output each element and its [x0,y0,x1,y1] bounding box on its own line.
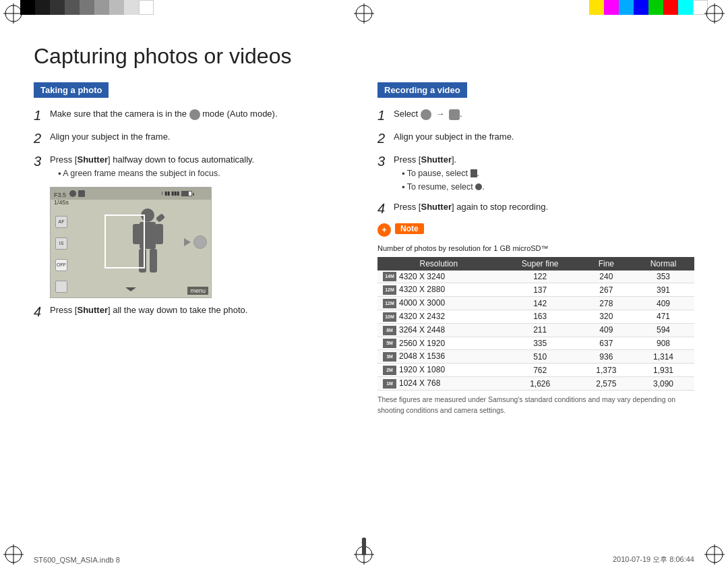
vf-icon-af: AF [55,216,67,228]
table-row: 5M2560 X 1920 335 637 908 [377,337,694,350]
cell-resolution: 1M1024 X 768 [377,377,500,391]
cell-normal: 471 [632,310,694,323]
vf-fstop: F3.5 1/45s [54,192,69,206]
taking-photo-header: Taking a photo [34,82,109,98]
vf-sidebar-right [192,188,208,297]
vf-icon-iso: IS [55,237,67,250]
reg-mark-br [704,544,725,565]
cell-normal: 1,314 [632,350,694,364]
table-row: 14M4320 X 3240 122 240 353 [377,270,694,283]
step-4: 4 Press [Shutter] all the way down to ta… [34,304,351,320]
table-row: 3M2048 X 1536 510 936 1,314 [377,350,694,364]
res-icon: 5M [383,339,396,348]
col-resolution: Resolution [377,257,500,270]
page-title: Capturing photos or videos [34,44,694,69]
cell-fine: 240 [580,270,632,283]
vf-topbar-right: I ▮▮ ▮▮▮ [161,190,192,196]
vf-bottom-arrow [124,285,138,295]
res-icon: 3M [383,352,396,362]
main-content: Capturing photos or videos Taking a phot… [34,24,694,543]
vf-sidebar-left: F3.5 1/45s AF IS OFF [53,188,69,297]
note-icon: + [377,223,391,237]
vf-icon-mode [55,281,67,293]
rstep-3-content: Press [Shutter]. To pause, select . To r… [394,153,694,194]
vf-capture-icon [193,235,207,249]
cell-fine: 320 [580,310,632,323]
photo-count-title: Number of photos by resolution for 1 GB … [377,244,694,253]
cell-super-fine: 142 [500,297,580,310]
step-4-num: 4 [34,304,50,320]
rstep-4-num: 4 [377,200,394,217]
right-column: Recording a video 1 Select → . 2 Align y… [377,82,694,416]
cell-resolution: 12M4320 X 2880 [377,283,500,297]
rstep-4: 4 Press [Shutter] again to stop recordin… [377,200,694,217]
cell-fine: 409 [580,323,632,337]
footer-right: 2010-07-19 오후 8:06:44 [613,554,694,565]
step-3-content: Press [Shutter] halfway down to focus au… [50,153,351,180]
cell-fine: 278 [580,297,632,310]
res-icon: 1M [383,379,396,389]
cell-super-fine: 122 [500,270,580,283]
rstep-4-content: Press [Shutter] again to stop recording. [394,200,694,214]
cell-normal: 908 [632,337,694,350]
cell-resolution: 10M4320 X 2432 [377,310,500,323]
cell-fine: 267 [580,283,632,297]
res-icon: 2M [383,366,396,375]
cell-normal: 353 [632,270,694,283]
reg-mark-bl [3,544,24,565]
arrow-icon: → [435,107,444,121]
cell-normal: 409 [632,297,694,310]
rstep-3-bullet-2: To resume, select . [394,180,694,194]
step-3: 3 Press [Shutter] halfway down to focus … [34,153,351,180]
vf-icon2 [78,190,85,197]
col-super-fine: Super fine [500,257,580,270]
page-bar [362,538,366,555]
vf-mode-icon [69,190,76,197]
step-2-content: Align your subject in the frame. [50,130,351,144]
table-row: 10M4320 X 2432 163 320 471 [377,310,694,323]
cell-normal: 1,931 [632,364,694,377]
rstep-3-num: 3 [377,153,394,169]
cell-fine: 936 [580,350,632,364]
cell-super-fine: 762 [500,364,580,377]
rstep-1: 1 Select → . [377,107,694,123]
res-icon: 12M [383,299,396,308]
rstep-3-bullet-1: To pause, select . [394,167,694,180]
reg-mark-tr [704,3,725,24]
select-cam-icon [421,109,431,120]
viewfinder: I ▮▮ ▮▮▮ F3.5 1/45s AF IS OFF [50,187,212,298]
res-icon: 12M [383,285,396,295]
res-icon: 10M [383,312,396,322]
step-4-content: Press [Shutter] all the way down to take… [50,304,351,317]
cell-resolution: 2M1920 X 1080 [377,364,500,377]
color-swatches [589,0,708,15]
cell-resolution: 3M2048 X 1536 [377,350,500,364]
table-row: 2M1920 X 1080 762 1,373 1,931 [377,364,694,377]
vf-arrow [184,238,191,246]
step-1-content: Make sure that the camera is in the mode… [50,107,351,121]
left-column: Taking a photo 1 Make sure that the came… [34,82,351,416]
svg-rect-23 [150,249,157,273]
camera-mode-icon [189,109,200,120]
cell-super-fine: 1,626 [500,377,580,391]
cell-resolution: 14M4320 X 3240 [377,270,500,283]
note-label: Note [395,223,424,234]
note-box: + Note [377,223,694,237]
focus-frame [104,215,145,268]
columns-layout: Taking a photo 1 Make sure that the came… [34,82,694,416]
table-note: These figures are measured under Samsung… [377,395,694,416]
svg-rect-24 [155,213,164,223]
svg-marker-25 [125,287,136,291]
step-1: 1 Make sure that the camera is in the mo… [34,107,351,123]
cell-super-fine: 163 [500,310,580,323]
footer-left: ST600_QSM_ASIA.indb 8 [34,556,120,564]
rstep-2-num: 2 [377,130,394,146]
resume-icon [475,183,482,190]
step-3-num: 3 [34,153,50,169]
res-icon: 14M [383,272,396,281]
footer: ST600_QSM_ASIA.indb 8 2010-07-19 오후 8:06… [34,554,694,565]
res-icon: 8M [383,326,396,335]
vf-battery [181,191,192,196]
vf-icon-off: OFF [55,259,67,271]
cell-super-fine: 335 [500,337,580,350]
